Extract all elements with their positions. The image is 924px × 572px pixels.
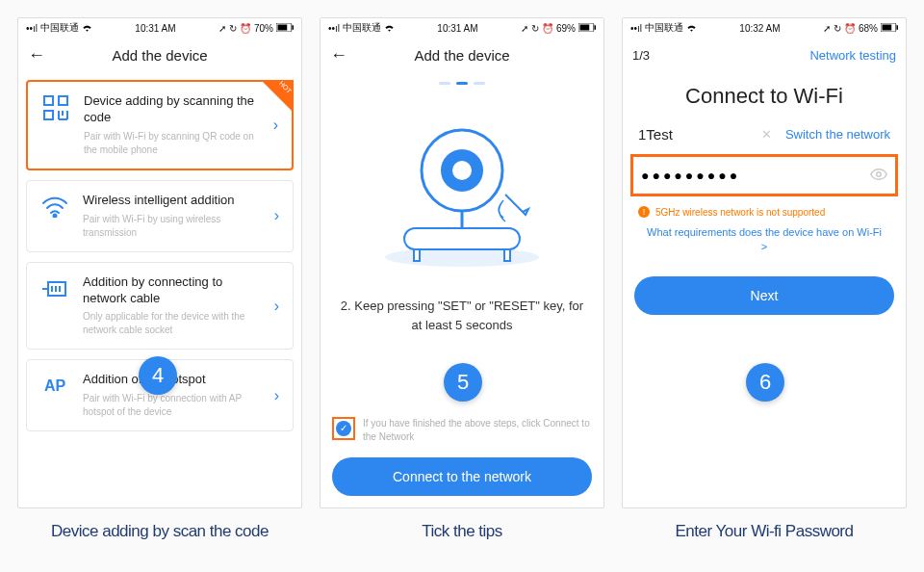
network-testing-link[interactable]: Network testing xyxy=(809,48,896,63)
tick-confirm-row[interactable]: ✓ If you have finished the above steps, … xyxy=(321,411,603,450)
page-indicator: 1/3 xyxy=(632,48,650,63)
ssid-name: 1Test xyxy=(638,126,673,143)
option-title: Addition by connecting to network cable xyxy=(83,274,261,307)
option-desc: Pair with Wi-Fi by connection with AP ho… xyxy=(83,392,261,419)
next-button[interactable]: Next xyxy=(634,276,894,315)
svg-rect-10 xyxy=(594,25,596,30)
phone-screen-3: ••ıl 中国联通 10:32 AM ➚ ↻ ⏰ 68% 1/3 Network… xyxy=(622,17,907,508)
option-title: Wireless intelligent addition xyxy=(83,193,261,209)
wifi-icon xyxy=(686,23,697,34)
connect-network-button[interactable]: Connect to the network xyxy=(332,457,592,496)
qr-icon xyxy=(41,93,70,122)
option-scan-code[interactable]: Device adding by scanning the code Pair … xyxy=(26,80,294,170)
step-badge-4: 4 xyxy=(139,356,177,395)
signal-icon: ••ıl xyxy=(26,23,38,34)
hot-badge xyxy=(261,80,294,113)
warning-row: ! 5GHz wireless network is not supported xyxy=(623,206,906,218)
svg-rect-4 xyxy=(59,96,67,105)
svg-rect-12 xyxy=(404,228,520,249)
alarm-icon: ⏰ xyxy=(844,23,856,34)
nav-arrow-icon: ➚ xyxy=(218,23,226,34)
battery-label: 69% xyxy=(556,23,576,34)
eye-icon[interactable] xyxy=(870,167,887,184)
nav-title: Add the device xyxy=(112,47,207,64)
time-label: 10:32 AM xyxy=(739,23,780,34)
svg-rect-19 xyxy=(882,24,891,30)
ethernet-icon xyxy=(40,274,69,303)
rotate-icon: ↻ xyxy=(531,23,539,34)
phone-screen-2: ••ıl 中国联通 10:31 AM ➚ ↻ ⏰ 69% ← Add the d… xyxy=(320,17,604,508)
status-bar: ••ıl 中国联通 10:31 AM ➚ ↻ ⏰ 70% xyxy=(18,18,301,38)
camera-illustration xyxy=(321,98,603,291)
ap-icon: AP xyxy=(40,372,69,401)
svg-point-21 xyxy=(877,172,882,177)
page-title: Connect to Wi-Fi xyxy=(623,84,906,109)
password-value: ●●●●●●●●● xyxy=(641,168,740,183)
svg-rect-1 xyxy=(277,24,287,30)
back-icon[interactable]: ← xyxy=(330,45,347,65)
option-title: Device adding by scanning the code xyxy=(84,93,260,126)
svg-rect-20 xyxy=(896,25,898,30)
option-desc: Pair with Wi-Fi by using wireless transm… xyxy=(83,213,261,240)
wifi-icon xyxy=(82,23,92,34)
option-cable[interactable]: Addition by connecting to network cable … xyxy=(26,262,294,351)
alarm-icon: ⏰ xyxy=(542,23,553,34)
nav-bar: 1/3 Network testing xyxy=(623,38,906,72)
signal-icon: ••ıl xyxy=(328,23,340,34)
svg-rect-9 xyxy=(579,24,589,30)
time-label: 10:31 AM xyxy=(135,23,175,34)
option-desc: Only applicable for the device with the … xyxy=(83,310,261,337)
warning-text: 5GHz wireless network is not supported xyxy=(655,207,825,218)
switch-network-link[interactable]: ✕ Switch the network xyxy=(761,127,890,142)
battery-label: 68% xyxy=(859,23,878,34)
step-badge-5: 5 xyxy=(444,363,482,402)
tick-label: If you have finished the above steps, cl… xyxy=(363,417,592,444)
back-icon[interactable]: ← xyxy=(28,45,45,65)
svg-rect-2 xyxy=(292,25,294,30)
requirements-link[interactable]: What requirements does the device have o… xyxy=(623,223,906,269)
wifi-icon xyxy=(384,23,395,34)
checkbox-highlight: ✓ xyxy=(332,417,355,440)
nav-arrow-icon: ➚ xyxy=(823,23,831,34)
signal-icon: ••ıl xyxy=(630,23,642,34)
rotate-icon: ↻ xyxy=(229,23,237,34)
time-label: 10:31 AM xyxy=(437,23,477,34)
status-bar: ••ıl 中国联通 10:32 AM ➚ ↻ ⏰ 68% xyxy=(623,18,906,38)
svg-point-17 xyxy=(452,161,472,180)
battery-icon xyxy=(578,23,596,34)
carrier-label: 中国联通 xyxy=(343,21,381,35)
chevron-right-icon: › xyxy=(274,387,279,404)
wifi-icon xyxy=(40,193,69,221)
carrier-label: 中国联通 xyxy=(40,21,79,35)
chevron-right-icon: › xyxy=(274,298,279,315)
close-icon: ✕ xyxy=(761,127,772,142)
rotate-icon: ↻ xyxy=(834,23,841,34)
nav-arrow-icon: ➚ xyxy=(521,23,528,34)
nav-title: Add the device xyxy=(414,47,509,64)
progress-dots xyxy=(321,82,603,85)
caption-3: Enter Your Wi-fi Password xyxy=(622,522,907,541)
password-field[interactable]: ●●●●●●●●● xyxy=(630,154,898,196)
chevron-right-icon: › xyxy=(273,117,278,134)
nav-bar: ← Add the device xyxy=(18,38,301,72)
option-wireless[interactable]: Wireless intelligent addition Pair with … xyxy=(26,180,294,252)
instruction-text: 2. Keep pressing "SET" or "RESET" key, f… xyxy=(321,291,603,344)
step-badge-6: 6 xyxy=(746,363,784,402)
alarm-icon: ⏰ xyxy=(240,23,251,34)
status-bar: ••ıl 中国联通 10:31 AM ➚ ↻ ⏰ 69% xyxy=(321,18,603,38)
svg-rect-5 xyxy=(44,111,53,119)
svg-rect-3 xyxy=(44,96,53,105)
carrier-label: 中国联通 xyxy=(645,21,683,35)
caption-2: Tick the tips xyxy=(320,522,604,541)
chevron-right-icon: › xyxy=(274,207,279,224)
svg-rect-13 xyxy=(414,249,420,261)
checkbox-checked-icon[interactable]: ✓ xyxy=(336,421,351,436)
option-desc: Pair with Wi-Fi by scanning QR code on t… xyxy=(84,130,260,157)
battery-label: 70% xyxy=(254,23,273,34)
battery-icon xyxy=(881,23,898,34)
battery-icon xyxy=(276,23,294,34)
nav-bar: ← Add the device xyxy=(321,38,603,72)
svg-rect-14 xyxy=(504,249,510,261)
caption-1: Device adding by scan the code xyxy=(17,522,302,541)
phone-screen-1: ••ıl 中国联通 10:31 AM ➚ ↻ ⏰ 70% ← Add the d… xyxy=(17,17,302,508)
